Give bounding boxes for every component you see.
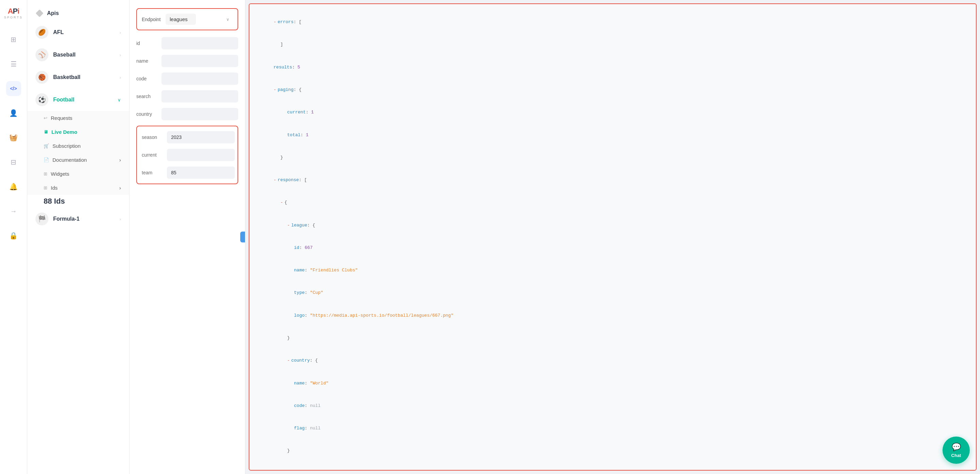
json-line-league-close: } xyxy=(258,327,968,349)
formula1-icon: 🏁 xyxy=(35,212,48,225)
json-line-country-flag: flag: null xyxy=(258,417,968,440)
sidebar-item-ids-label: Ids xyxy=(51,185,57,191)
sidebar-item-widgets[interactable]: ⊞ Widgets xyxy=(27,167,129,181)
sidebar-item-apis-label: Apis xyxy=(47,10,59,16)
select-chevron-icon: ∨ xyxy=(226,17,229,22)
json-line-country-name: name: "World" xyxy=(258,372,968,395)
sidebar-item-basketball[interactable]: 🏀 Basketball › xyxy=(27,66,129,89)
field-code-input[interactable] xyxy=(162,73,238,85)
bell-icon[interactable]: 🔔 xyxy=(6,179,21,194)
season-box: season current team xyxy=(136,126,238,184)
export-icon[interactable]: → xyxy=(6,204,21,219)
sidebar-item-football-label: Football xyxy=(53,97,113,103)
json-line-total: total: 1 xyxy=(258,124,968,146)
basketball-icon: 🏀 xyxy=(35,71,48,84)
json-line-paging: -paging: { xyxy=(258,79,968,101)
json-line-seasons: -seasons: [ xyxy=(258,463,968,471)
afl-icon: 🏉 xyxy=(35,26,48,39)
sidebar-item-apis[interactable]: Apis xyxy=(27,5,129,21)
baseball-icon: ⚾ xyxy=(35,48,48,61)
field-row-name: name xyxy=(136,55,238,67)
nav-sidebar: Apis 🏉 AFL › ⚾ Baseball › 🏀 Basketball ›… xyxy=(27,0,129,474)
modules-icon[interactable]: ⊟ xyxy=(6,155,21,170)
form-panel: Endpoint leagues fixtures standings play… xyxy=(129,0,245,474)
endpoint-select-wrapper: leagues fixtures standings players teams… xyxy=(165,14,233,25)
field-name-input[interactable] xyxy=(162,55,238,67)
diamond-icon xyxy=(36,10,44,17)
json-line-paging-close: } xyxy=(258,146,968,169)
collapse-button[interactable]: ‹ xyxy=(240,231,245,243)
grid-icon[interactable]: ⊞ xyxy=(6,32,21,47)
field-row-code: code xyxy=(136,73,238,85)
afl-chevron-icon: › xyxy=(119,30,121,35)
football-chevron-icon: ∨ xyxy=(118,97,121,103)
field-season-input[interactable] xyxy=(167,131,235,143)
sidebar-item-afl[interactable]: 🏉 AFL › xyxy=(27,21,129,44)
json-line-country: -country: { xyxy=(258,349,968,372)
json-line-results: results: 5 xyxy=(258,56,968,79)
json-line-country-code: code: null xyxy=(258,395,968,417)
sidebar-item-88ids[interactable]: 88 Ids xyxy=(27,195,129,208)
endpoint-label: Endpoint xyxy=(142,17,162,22)
lock-icon[interactable]: 🔒 xyxy=(6,228,21,243)
field-country-label: country xyxy=(136,108,157,117)
chat-icon: 💬 xyxy=(952,443,961,452)
json-line-current1: current: 1 xyxy=(258,101,968,124)
sidebar-item-requests[interactable]: ↩ Requests xyxy=(27,111,129,125)
sidebar-item-ids[interactable]: ⊞ Ids › xyxy=(27,181,129,195)
json-line-league-type: type: "Cup" xyxy=(258,282,968,304)
field-id-label: id xyxy=(136,37,157,46)
endpoint-select[interactable]: leagues fixtures standings players teams xyxy=(165,14,196,25)
widgets-icon: ⊞ xyxy=(44,171,48,176)
field-team-label: team xyxy=(142,166,162,175)
field-team-input[interactable] xyxy=(167,166,235,179)
live-demo-icon: 🖥 xyxy=(44,129,48,135)
sidebar-item-afl-label: AFL xyxy=(53,29,115,35)
field-row-id: id xyxy=(136,37,238,49)
sidebar-item-subscription-label: Subscription xyxy=(52,143,81,149)
chat-button[interactable]: 💬 Chat xyxy=(942,436,970,464)
football-icon: ⚽ xyxy=(35,93,48,106)
user-icon[interactable]: 👤 xyxy=(6,106,21,120)
field-current-label: current xyxy=(142,149,162,158)
json-line-errors: -errors: [ xyxy=(258,11,968,33)
documentation-chevron-icon: › xyxy=(119,157,121,163)
field-country-input[interactable] xyxy=(162,108,238,120)
field-row-season: season xyxy=(142,131,233,143)
sidebar-item-basketball-label: Basketball xyxy=(53,74,115,80)
json-line-errors-close: ] xyxy=(258,33,968,56)
logo: APi SPORTS xyxy=(4,7,23,19)
sidebar-item-baseball[interactable]: ⚾ Baseball › xyxy=(27,44,129,66)
sidebar-item-live-demo-label: Live Demo xyxy=(51,129,77,135)
subscription-icon: 🛒 xyxy=(44,143,49,149)
json-line-league: -league: { xyxy=(258,214,968,237)
field-search-label: search xyxy=(136,90,157,99)
field-search-input[interactable] xyxy=(162,90,238,103)
sidebar-item-requests-label: Requests xyxy=(51,115,72,121)
ids-icon: ⊞ xyxy=(44,185,48,190)
basket-icon[interactable]: 🧺 xyxy=(6,130,21,145)
field-row-search: search xyxy=(136,90,238,103)
main-content: Endpoint leagues fixtures standings play… xyxy=(129,0,980,474)
sidebar-item-baseball-label: Baseball xyxy=(53,52,115,58)
basketball-chevron-icon: › xyxy=(119,75,121,80)
sidebar-item-live-demo[interactable]: 🖥 Live Demo xyxy=(27,125,129,139)
json-panel: -errors: [ ] results: 5 -paging: { curre… xyxy=(249,3,977,471)
code-icon[interactable]: </> xyxy=(6,81,21,96)
sidebar-item-documentation[interactable]: 📄 Documentation › xyxy=(27,153,129,167)
field-code-label: code xyxy=(136,73,157,81)
field-current-input[interactable] xyxy=(167,149,235,161)
field-id-input[interactable] xyxy=(162,37,238,49)
endpoint-box: Endpoint leagues fixtures standings play… xyxy=(136,8,238,30)
json-line-league-name: name: "Friendlies Clubs" xyxy=(258,259,968,282)
sidebar-item-formula1[interactable]: 🏁 Formula-1 › xyxy=(27,208,129,230)
field-season-label: season xyxy=(142,131,162,140)
sidebar-item-football[interactable]: ⚽ Football ∨ xyxy=(27,89,129,111)
sidebar-88ids-label: 88 Ids xyxy=(44,197,65,206)
sidebar-item-subscription[interactable]: 🛒 Subscription xyxy=(27,139,129,153)
json-line-league-logo: logo: "https://media.api-sports.io/footb… xyxy=(258,304,968,327)
sidebar-item-documentation-label: Documentation xyxy=(52,157,87,163)
formula1-chevron-icon: › xyxy=(119,217,121,222)
table-icon[interactable]: ☰ xyxy=(6,57,21,71)
json-line-response: -response: [ xyxy=(258,169,968,191)
